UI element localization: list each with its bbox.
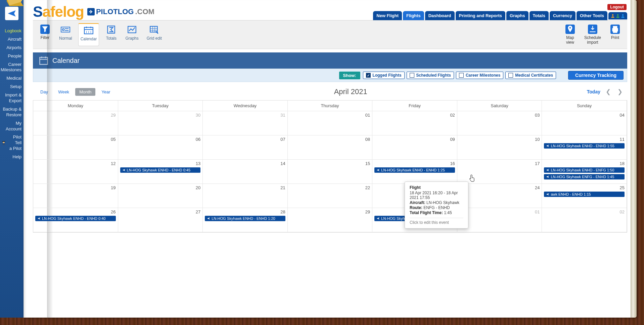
- tab-dashboard[interactable]: Dashboard: [425, 11, 455, 20]
- calendar-cell[interactable]: 26LN-HOG Skyhawk ENHD - ENHD 0:40: [33, 208, 118, 232]
- filter-career-milestones[interactable]: Career Milestones: [456, 72, 503, 79]
- filter-logged-flights[interactable]: ✓Logged Flights: [363, 72, 405, 79]
- sidebar-item-medical[interactable]: Medical: [0, 74, 24, 83]
- calendar-cell[interactable]: 10: [457, 135, 542, 160]
- calendar-cell[interactable]: 08: [288, 135, 373, 160]
- filter-medical-certificates[interactable]: Medical Certificates: [505, 72, 556, 79]
- calendar-cell[interactable]: 21: [203, 184, 288, 208]
- calendar-cell[interactable]: 29: [288, 208, 373, 232]
- page-title: Calendar: [52, 57, 80, 65]
- weekday-header: Wednesday: [203, 100, 288, 111]
- schedule-import-button[interactable]: Schedule import: [582, 23, 603, 46]
- tab-currency[interactable]: Currency: [550, 11, 576, 20]
- map-view-button[interactable]: Map view: [562, 23, 578, 46]
- filter-scheduled-flights[interactable]: Scheduled Flights: [407, 72, 454, 79]
- weekday-header: Saturday: [457, 100, 542, 111]
- filter-button[interactable]: Filter: [37, 23, 53, 46]
- calendar-cell[interactable]: 29: [33, 111, 118, 135]
- flight-event[interactable]: LN-HOG Skyhawk ENFG - ENHD 1:45: [544, 174, 625, 179]
- calendar-cell[interactable]: 02: [542, 208, 627, 232]
- flight-event[interactable]: awk ENHD - ENHD 1:15: [544, 192, 625, 197]
- people-icons-button[interactable]: [608, 12, 627, 19]
- calendar-cell[interactable]: 25awk ENHD - ENHD 1:15: [542, 184, 627, 208]
- calendar-cell[interactable]: 05: [33, 135, 118, 160]
- day-number: 11: [544, 137, 625, 142]
- currency-tracking-button[interactable]: Currency Tracking: [568, 71, 624, 80]
- event-tooltip: Flight 18 Apr 2021 16:20 - 18 Apr 2021 1…: [405, 181, 468, 229]
- calendar-cell[interactable]: 01: [457, 208, 542, 232]
- sidebar-item-people[interactable]: People: [0, 52, 24, 60]
- sidebar-item-airports[interactable]: Airports: [0, 44, 24, 52]
- graphs-button[interactable]: Graphs: [123, 23, 140, 46]
- prev-month-button[interactable]: ❮: [604, 88, 612, 95]
- sidebar-item-career[interactable]: Career Milestones: [0, 60, 24, 75]
- logout-button[interactable]: Logout: [607, 4, 627, 10]
- calendar-cell[interactable]: 31: [203, 111, 288, 135]
- view-day[interactable]: Day: [36, 88, 52, 96]
- sidebar-item-my[interactable]: My Account: [0, 119, 24, 133]
- plane-icon: [207, 217, 210, 220]
- flight-event[interactable]: LN-HOG Skyhawk ENHD - ENHD 1:25: [374, 167, 455, 173]
- pilot-icon: [1, 140, 7, 146]
- view-year[interactable]: Year: [97, 88, 114, 96]
- calendar-cell[interactable]: 22: [288, 184, 373, 208]
- calendar-cell[interactable]: 01: [288, 111, 373, 135]
- sidebar-item-backup[interactable]: Backup & Restore: [0, 105, 24, 119]
- calendar-cell[interactable]: 03: [457, 111, 542, 135]
- next-month-button[interactable]: ❯: [616, 88, 624, 95]
- sidebar-item-setup[interactable]: Setup: [0, 83, 24, 91]
- tab-totals[interactable]: Totals: [530, 11, 549, 20]
- app-logo[interactable]: [5, 7, 18, 20]
- sidebar-item-help[interactable]: Help: [0, 153, 24, 161]
- calendar-cell[interactable]: 02: [372, 111, 457, 135]
- flight-event[interactable]: LN-HOG Skyhawk ENHD - ENHD 0:45: [120, 167, 201, 173]
- view-switch-row: DayWeekMonthYear April 2021 Today ❮ ❯: [33, 85, 627, 98]
- sidebar-item-logbook[interactable]: Logbook: [0, 27, 24, 35]
- sidebar-item-pilot[interactable]: Pilot Tell a Pilot: [0, 133, 24, 153]
- calendar-cell[interactable]: 06: [118, 135, 203, 160]
- svg-rect-2: [2, 141, 5, 142]
- tooltip-action: Click to edit this event: [410, 218, 463, 225]
- left-sidebar: LogbookAircraftAirportsPeopleCareer Mile…: [0, 0, 24, 318]
- calendar-view-button[interactable]: Calendar: [78, 23, 99, 46]
- calendar-cell[interactable]: 18LN-HOG Skyhawk ENHD - ENFG 1:50LN-HOG …: [542, 160, 627, 184]
- calendar-cell[interactable]: 04: [542, 111, 627, 135]
- calendar-cell[interactable]: 16LN-HOG Skyhawk ENHD - ENHD 1:25: [372, 160, 457, 184]
- calendar-cell[interactable]: 14: [203, 160, 288, 184]
- sidebar-item-aircraft[interactable]: Aircraft: [0, 35, 24, 44]
- today-button[interactable]: Today: [587, 89, 600, 94]
- flight-event[interactable]: LN-HOG Skyhawk ENHD - ENHD 0:40: [35, 216, 116, 221]
- day-number: 24: [459, 185, 540, 190]
- calendar-cell[interactable]: 20: [118, 184, 203, 208]
- calendar-cell[interactable]: 19: [33, 184, 118, 208]
- view-week[interactable]: Week: [54, 88, 73, 96]
- grid-edit-button[interactable]: Grid edit: [145, 23, 164, 46]
- tab-new-flight[interactable]: New Flight: [373, 11, 402, 20]
- calendar-title-icon: [39, 56, 48, 65]
- tab-graphs[interactable]: Graphs: [506, 11, 528, 20]
- calendar-cell[interactable]: 11LN-HOG Skyhawk ENHD - ENHD 1:55: [542, 135, 627, 160]
- flight-event[interactable]: LN-HOG Skyhawk ENHD - ENHD 1:55: [544, 143, 625, 149]
- plane-icon: [546, 168, 549, 172]
- calendar-cell[interactable]: 07: [203, 135, 288, 160]
- day-number: 19: [35, 185, 116, 190]
- tab-printing-and-reports[interactable]: Printing and Reports: [456, 11, 506, 20]
- calendar-cell[interactable]: 09: [372, 135, 457, 160]
- calendar-cell[interactable]: 24: [457, 184, 542, 208]
- month-label: April 2021: [334, 87, 367, 96]
- calendar-cell[interactable]: 30: [118, 111, 203, 135]
- calendar-cell[interactable]: 27: [118, 208, 203, 232]
- calendar-cell[interactable]: 15: [288, 160, 373, 184]
- tab-flights[interactable]: Flights: [403, 11, 424, 20]
- calendar-cell[interactable]: 28LN-HOG Skyhawk ENHD - ENHD 1:20: [203, 208, 288, 232]
- totals-button[interactable]: Totals: [103, 23, 119, 46]
- view-month[interactable]: Month: [75, 88, 95, 96]
- tab-other-tools[interactable]: Other Tools: [577, 11, 607, 20]
- calendar-cell[interactable]: 12: [33, 160, 118, 184]
- sidebar-item-import[interactable]: Import & Export: [0, 91, 24, 105]
- calendar-cell[interactable]: 13LN-HOG Skyhawk ENHD - ENHD 0:45: [118, 160, 203, 184]
- flight-event[interactable]: LN-HOG Skyhawk ENHD - ENFG 1:50: [544, 167, 625, 173]
- flight-event[interactable]: LN-HOG Skyhawk ENHD - ENHD 1:20: [205, 216, 285, 221]
- normal-view-button[interactable]: Normal: [57, 23, 74, 46]
- print-button[interactable]: Print: [607, 23, 623, 46]
